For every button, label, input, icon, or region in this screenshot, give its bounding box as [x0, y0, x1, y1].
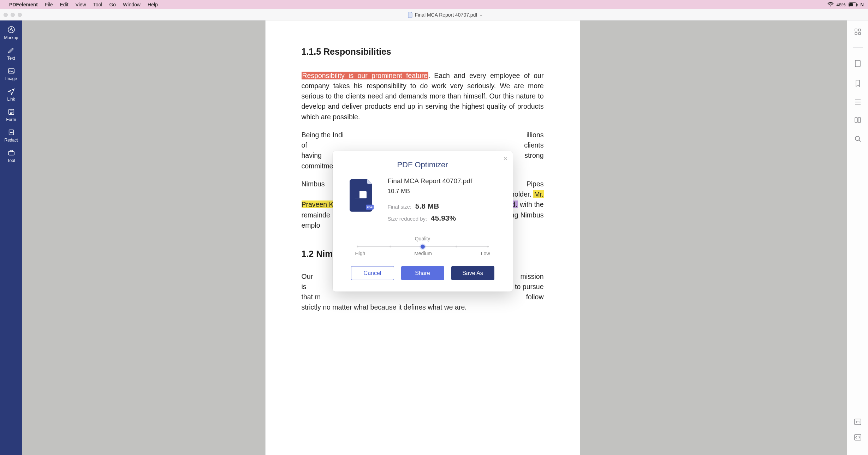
code-view-icon[interactable] [854, 434, 862, 441]
optimizer-file-name: Final MCA Report 40707.pdf [388, 177, 500, 185]
svg-rect-16 [858, 32, 861, 35]
rail-form[interactable]: Form [0, 108, 22, 122]
document-icon [408, 12, 413, 18]
menubar-more: N [861, 2, 864, 7]
rail-form-label: Form [6, 117, 16, 122]
svg-rect-7 [10, 132, 12, 133]
svg-text:1:1: 1:1 [855, 420, 860, 424]
menu-help[interactable]: Help [148, 2, 158, 7]
final-size-label: Final size: [388, 204, 412, 210]
rail-link[interactable]: Link [0, 88, 22, 102]
battery-percent: 48% [837, 2, 846, 7]
svg-rect-13 [855, 29, 857, 31]
p4c: follow strictly no matter what because i… [302, 293, 544, 311]
svg-rect-10 [355, 191, 359, 198]
rail-image[interactable]: Image [0, 67, 22, 81]
window-minimize-icon[interactable] [11, 13, 15, 17]
svg-rect-15 [855, 32, 857, 35]
final-size-value: 5.8 MB [415, 202, 439, 210]
wifi-icon[interactable] [827, 2, 834, 7]
p2a: Being the Indi [302, 131, 344, 139]
paragraph-1: Responsibility is our prominent feature.… [302, 71, 544, 122]
p3b: holder. [511, 190, 533, 198]
page-view-icon[interactable] [855, 60, 861, 67]
rail-markup[interactable]: Markup [0, 25, 22, 40]
right-gutter [747, 20, 847, 455]
svg-rect-18 [855, 118, 857, 122]
cancel-button[interactable]: Cancel [351, 266, 394, 280]
fit-11-icon[interactable]: 1:1 [854, 418, 862, 425]
right-panel-rail: 1:1 [847, 20, 868, 455]
rail-tool[interactable]: Tool [0, 149, 22, 163]
reduced-label: Size reduced by: [388, 216, 427, 222]
window-titlebar: Final MCA Report 40707.pdf ⌄ [0, 9, 868, 20]
menu-window[interactable]: Window [123, 2, 141, 7]
menu-go[interactable]: Go [109, 2, 116, 7]
quality-low-label: Low [481, 251, 490, 256]
svg-rect-4 [8, 69, 14, 73]
svg-rect-19 [858, 118, 861, 122]
quality-slider-block: Quality High Medium Low [355, 236, 490, 256]
menu-file[interactable]: File [45, 2, 53, 7]
redact-icon [7, 128, 15, 136]
form-icon [7, 108, 15, 116]
left-tool-rail: Markup Text Image Link Form [0, 20, 22, 455]
quality-slider[interactable] [357, 246, 489, 247]
compare-icon[interactable] [854, 117, 861, 123]
optimizer-original-size: 10.7 MB [388, 188, 500, 195]
svg-rect-1 [857, 4, 857, 6]
menu-edit[interactable]: Edit [60, 2, 68, 7]
reduced-percent: 45.93% [431, 214, 456, 222]
svg-rect-8 [8, 151, 14, 155]
rail-markup-label: Markup [4, 35, 18, 40]
app-name[interactable]: PDFelement [9, 2, 38, 7]
window-zoom-icon[interactable] [18, 13, 22, 17]
page-area: 1.1.5 Responsibilities Responsibility is… [98, 20, 747, 455]
document-title: Final MCA Report 40707.pdf [415, 12, 477, 18]
rail-tool-label: Tool [7, 158, 15, 163]
title-dropdown-icon[interactable]: ⌄ [479, 12, 483, 17]
menu-tool[interactable]: Tool [93, 2, 102, 7]
window-close-icon[interactable] [4, 13, 8, 17]
highlight-red: Responsibility is our prominent feature [302, 72, 428, 79]
quality-medium-label: Medium [414, 251, 432, 256]
quality-high-label: High [355, 251, 365, 256]
svg-rect-14 [858, 29, 861, 31]
toolbox-icon [7, 149, 15, 157]
quality-label: Quality [355, 236, 490, 241]
rail-redact[interactable]: Redact [0, 128, 22, 143]
share-button[interactable]: Share [401, 266, 444, 280]
window-traffic-lights[interactable] [4, 13, 22, 17]
image-icon [7, 67, 15, 75]
battery-icon[interactable] [849, 2, 858, 7]
svg-point-20 [855, 136, 860, 140]
search-icon[interactable] [854, 135, 861, 142]
menu-view[interactable]: View [76, 2, 86, 7]
pdf-optimizer-dialog: ✕ PDF Optimizer PDF Final MCA Report 407… [333, 151, 513, 292]
slider-thumb[interactable] [421, 245, 425, 249]
rail-link-label: Link [7, 97, 15, 102]
markup-icon [7, 25, 16, 34]
rail-redact-label: Redact [4, 138, 18, 143]
svg-text:PDF: PDF [367, 206, 373, 209]
rail-text-label: Text [7, 56, 15, 61]
svg-rect-2 [849, 3, 853, 6]
macos-menubar: PDFelement File Edit View Tool Go Window… [0, 0, 868, 9]
workspace: Markup Text Image Link Form [0, 20, 868, 455]
outline-icon[interactable] [854, 99, 861, 105]
svg-rect-17 [855, 60, 860, 67]
dialog-title: PDF Optimizer [345, 160, 500, 169]
section-heading: 1.1.5 Responsibilities [302, 45, 544, 59]
rail-text[interactable]: Text [0, 47, 22, 61]
left-gutter [22, 20, 98, 455]
paperplane-icon [7, 88, 15, 95]
pdf-file-icon: PDF [345, 177, 378, 214]
pencil-icon [7, 47, 15, 54]
grid-view-icon[interactable] [854, 28, 861, 35]
bookmark-icon[interactable] [855, 79, 861, 87]
close-icon[interactable]: ✕ [503, 155, 508, 162]
rail-image-label: Image [5, 76, 17, 81]
save-as-button[interactable]: Save As [451, 266, 494, 280]
